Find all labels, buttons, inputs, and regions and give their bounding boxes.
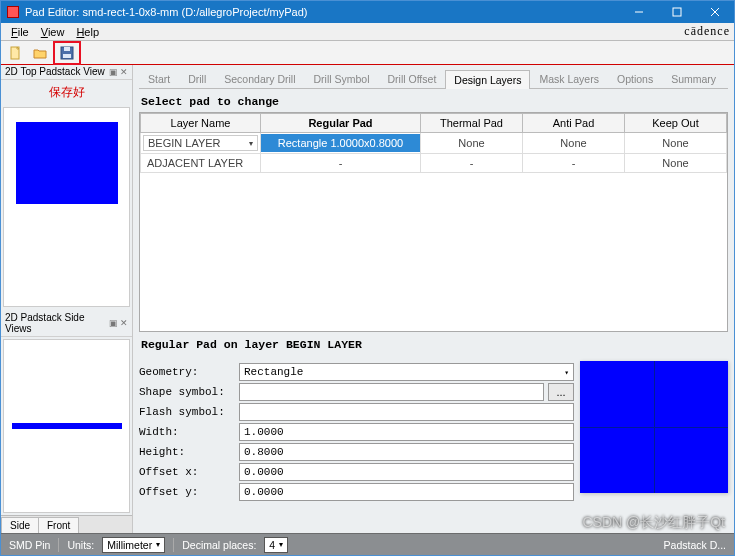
close-button[interactable] — [696, 1, 734, 23]
decimal-value: 4 — [269, 539, 275, 551]
decimal-label: Decimal places: — [182, 539, 256, 551]
svg-rect-1 — [673, 8, 681, 16]
keep-out-cell[interactable]: None — [625, 154, 727, 173]
shape-symbol-input[interactable] — [239, 383, 544, 401]
top-padstack-title: 2D Top Padstack View — [5, 66, 105, 77]
side-padstack-view — [3, 339, 130, 513]
units-value: Millimeter — [107, 539, 152, 551]
geometry-value: Rectangle — [244, 366, 303, 378]
height-label: Height: — [139, 446, 235, 458]
chevron-down-icon: ▾ — [564, 368, 569, 377]
svg-rect-8 — [63, 54, 71, 58]
dock-pin-icon[interactable]: ▣ — [109, 67, 118, 77]
dock-close-icon-2[interactable]: ✕ — [120, 318, 128, 328]
status-separator — [173, 538, 174, 552]
tab-front[interactable]: Front — [38, 517, 79, 533]
units-dropdown[interactable]: Millimeter ▾ — [102, 537, 165, 553]
top-pad-shape — [16, 122, 118, 204]
table-row: ADJACENT LAYER - - - None — [141, 154, 727, 173]
height-input[interactable] — [239, 443, 574, 461]
layer-table: Layer Name Regular Pad Thermal Pad Anti … — [140, 113, 727, 173]
tab-side[interactable]: Side — [1, 517, 39, 533]
menu-view[interactable]: View — [35, 24, 71, 40]
dock-close-icon[interactable]: ✕ — [120, 67, 128, 77]
window-title: Pad Editor: smd-rect-1-0x8-mm (D:/allegr… — [25, 6, 307, 18]
regular-pad-cell-selected[interactable]: Rectangle 1.0000x0.8000 — [261, 134, 420, 152]
col-layer-name[interactable]: Layer Name — [141, 114, 261, 133]
anti-pad-cell: - — [523, 154, 625, 173]
maximize-button[interactable] — [658, 1, 696, 23]
menu-help[interactable]: Help — [70, 24, 105, 40]
status-right-text: Padstack D... — [664, 539, 726, 551]
col-regular-pad[interactable]: Regular Pad — [261, 114, 421, 133]
thermal-pad-cell: - — [421, 154, 523, 173]
brand-logo: cādence — [684, 24, 730, 39]
side-pad-shape — [12, 423, 122, 429]
menu-file[interactable]: File — [5, 24, 35, 40]
layer-name-value: BEGIN LAYER — [148, 137, 221, 149]
save-annotation: 保存好 — [1, 80, 132, 107]
tab-drill-symbol[interactable]: Drill Symbol — [304, 69, 378, 88]
layer-name-value-2: ADJACENT LAYER — [141, 154, 261, 173]
shape-symbol-browse-button[interactable]: ... — [548, 383, 574, 401]
col-thermal-pad[interactable]: Thermal Pad — [421, 114, 523, 133]
status-type: SMD Pin — [9, 539, 50, 551]
chevron-down-icon: ▾ — [156, 540, 160, 549]
flash-symbol-input[interactable] — [239, 403, 574, 421]
minimize-button[interactable] — [620, 1, 658, 23]
dock-pin-icon-2[interactable]: ▣ — [109, 318, 118, 328]
offsetx-label: Offset x: — [139, 466, 235, 478]
tab-drill[interactable]: Drill — [179, 69, 215, 88]
chevron-down-icon: ▾ — [249, 139, 253, 148]
layer-name-dropdown[interactable]: BEGIN LAYER ▾ — [143, 135, 258, 151]
chevron-down-icon: ▾ — [279, 540, 283, 549]
table-row: BEGIN LAYER ▾ Rectangle 1.0000x0.8000 No… — [141, 133, 727, 154]
app-icon — [7, 6, 19, 18]
pad-preview — [580, 361, 728, 493]
tab-start[interactable]: Start — [139, 69, 179, 88]
regular-pad-cell: - — [261, 154, 421, 173]
top-padstack-view — [3, 107, 130, 307]
status-separator — [58, 538, 59, 552]
svg-rect-7 — [64, 47, 70, 51]
open-folder-button[interactable] — [29, 43, 51, 63]
width-label: Width: — [139, 426, 235, 438]
tab-mask-layers[interactable]: Mask Layers — [530, 69, 608, 88]
select-pad-heading: Select pad to change — [139, 89, 728, 112]
keep-out-cell[interactable]: None — [625, 133, 727, 154]
shape-symbol-label: Shape symbol: — [139, 386, 235, 398]
main-tabstrip: Start Drill Secondary Drill Drill Symbol… — [139, 69, 728, 89]
regular-pad-heading: Regular Pad on layer BEGIN LAYER — [139, 332, 728, 355]
offsetx-input[interactable] — [239, 463, 574, 481]
save-button[interactable] — [56, 43, 78, 63]
offsety-input[interactable] — [239, 483, 574, 501]
geometry-select[interactable]: Rectangle ▾ — [239, 363, 574, 381]
width-input[interactable] — [239, 423, 574, 441]
tab-drill-offset[interactable]: Drill Offset — [378, 69, 445, 88]
decimal-dropdown[interactable]: 4 ▾ — [264, 537, 288, 553]
side-padstack-title: 2D Padstack Side Views — [5, 312, 109, 334]
tab-options[interactable]: Options — [608, 69, 662, 88]
new-file-button[interactable] — [5, 43, 27, 63]
col-anti-pad[interactable]: Anti Pad — [523, 114, 625, 133]
tab-summary[interactable]: Summary — [662, 69, 725, 88]
flash-symbol-label: Flash symbol: — [139, 406, 235, 418]
offsety-label: Offset y: — [139, 486, 235, 498]
units-label: Units: — [67, 539, 94, 551]
tab-secondary-drill[interactable]: Secondary Drill — [215, 69, 304, 88]
anti-pad-cell[interactable]: None — [523, 133, 625, 154]
geometry-label: Geometry: — [139, 366, 235, 378]
tab-design-layers[interactable]: Design Layers — [445, 70, 530, 89]
layer-table-wrap: Layer Name Regular Pad Thermal Pad Anti … — [139, 112, 728, 332]
col-keep-out[interactable]: Keep Out — [625, 114, 727, 133]
thermal-pad-cell[interactable]: None — [421, 133, 523, 154]
